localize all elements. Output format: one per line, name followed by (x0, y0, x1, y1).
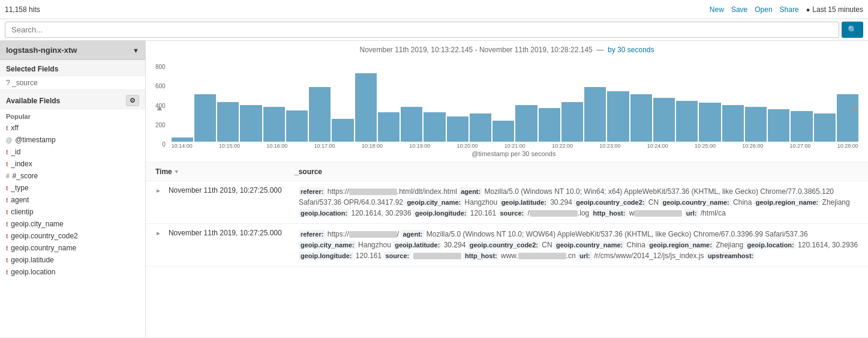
field-name: geoip.country_code2 (11, 232, 77, 240)
chart-bar[interactable] (699, 103, 720, 142)
result-field-key: http_host: (463, 252, 499, 260)
index-selector[interactable]: logstash-nginx-xtw ▼ (0, 41, 145, 60)
y-axis-label: 0 (162, 141, 166, 148)
sidebar-field-item[interactable]: @@timestamp (0, 134, 145, 146)
expand-arrow[interactable]: ► (155, 230, 161, 237)
chart-bar[interactable] (492, 121, 514, 142)
sidebar-field-item[interactable]: tclientip (0, 206, 145, 218)
field-name: xff (11, 124, 18, 132)
chart-nav-right[interactable]: ▲ (850, 103, 858, 112)
chart-bar[interactable] (470, 113, 491, 142)
field-name: _type (11, 184, 28, 192)
chart-bar[interactable] (424, 112, 445, 142)
chart-bar[interactable] (447, 116, 468, 142)
time-range-picker[interactable]: ● Last 15 minutes (806, 5, 863, 14)
field-type-icon: t (6, 257, 8, 264)
result-field-key: geoip.city_name: (299, 241, 356, 249)
x-axis-label: 10:19:00 (409, 143, 430, 149)
sidebar-field-item[interactable]: tgeoip.country_name (0, 242, 145, 254)
chart-bar[interactable] (768, 109, 789, 142)
sidebar-field-item[interactable]: tgeoip.city_name (0, 218, 145, 230)
result-field-key: referer: (299, 187, 326, 196)
index-dropdown-arrow[interactable]: ▼ (133, 47, 139, 54)
x-axis-label: 10:24:00 (647, 143, 668, 149)
field-type-icon: t (6, 209, 8, 216)
chart-bar[interactable] (263, 107, 285, 142)
redacted-value (349, 231, 397, 238)
results-header: Time ▼ _source (146, 163, 868, 181)
share-button[interactable]: Share (780, 5, 799, 14)
content-area: November 11th 2019, 10:13:22.145 - Novem… (146, 41, 868, 337)
chart-bar[interactable] (539, 108, 560, 142)
expand-arrow[interactable]: ► (155, 187, 161, 194)
chart-bar[interactable] (722, 105, 744, 142)
redacted-value (518, 253, 566, 259)
field-name: #_score (13, 172, 38, 180)
x-axis-label: 10:28:00 (837, 143, 858, 149)
search-input[interactable] (5, 22, 839, 38)
chart-bar[interactable] (584, 87, 606, 142)
source-field-item[interactable]: ? _source (0, 76, 145, 89)
chart-bar[interactable] (401, 107, 422, 142)
sidebar-field-item[interactable]: txff (0, 122, 145, 134)
x-axis-label: 10:20:00 (456, 143, 477, 149)
chart-bar[interactable] (378, 112, 400, 142)
x-axis-label: 10:23:00 (599, 143, 620, 149)
sidebar-field-item[interactable]: t_id (0, 146, 145, 158)
field-type-icon: t (6, 233, 8, 240)
redacted-value (413, 253, 461, 259)
chart-bar[interactable] (286, 110, 308, 142)
open-button[interactable]: Open (755, 5, 772, 14)
chart-bar[interactable] (355, 73, 377, 142)
chart-bar[interactable] (814, 113, 836, 142)
sidebar-field-item[interactable]: t_index (0, 158, 145, 170)
chart-bar[interactable] (515, 105, 537, 142)
chart-bar[interactable] (309, 87, 331, 142)
field-name: _index (11, 160, 32, 168)
chart-bar[interactable] (172, 137, 193, 142)
x-axis-label: 10:21:00 (504, 143, 525, 149)
search-button[interactable]: 🔍 (842, 22, 863, 38)
result-row-main[interactable]: ► November 11th 2019, 10:27:25.000 refer… (146, 224, 868, 266)
chart-bar[interactable] (194, 94, 216, 142)
sidebar-field-item[interactable]: t_type (0, 182, 145, 194)
chart-x-axis: 10:14:0010:15:0010:16:0010:17:0010:18:00… (169, 142, 858, 149)
chart-bar[interactable] (607, 91, 629, 142)
chart-bar[interactable] (240, 105, 262, 142)
result-field-key: geoip.location: (746, 241, 796, 249)
chart-interval-link[interactable]: by 30 seconds (608, 46, 654, 54)
chart-bar[interactable] (653, 98, 675, 142)
result-source: referer: https:// / agent: Mozilla/5.0 (… (299, 229, 858, 261)
chart-nav-left[interactable]: ▲ (155, 103, 164, 112)
new-button[interactable]: New (710, 5, 724, 14)
chart-bar[interactable] (837, 94, 858, 142)
result-field-key: geoip.location: (299, 209, 349, 217)
chart-bar[interactable] (745, 107, 767, 142)
sidebar-field-item[interactable]: tgeoip.latitude (0, 254, 145, 266)
field-type-icon: t (6, 161, 8, 167)
sidebar: logstash-nginx-xtw ▼ Selected Fields ? _… (0, 41, 146, 337)
result-row-main[interactable]: ► November 11th 2019, 10:27:25.000 refer… (146, 181, 868, 223)
result-field-key: geoip.latitude: (500, 198, 548, 207)
save-button[interactable]: Save (731, 5, 747, 14)
chart-area: November 11th 2019, 10:13:22.145 - Novem… (146, 41, 868, 163)
sort-icon[interactable]: ▼ (174, 169, 179, 175)
field-type-icon: t (6, 245, 8, 252)
x-axis-label: 10:17:00 (314, 143, 335, 149)
chart-bar[interactable] (630, 94, 652, 142)
chart-bar[interactable] (217, 102, 239, 142)
fields-settings-button[interactable]: ⚙ (126, 95, 139, 106)
sidebar-field-item[interactable]: tagent (0, 194, 145, 206)
sidebar-field-item[interactable]: tgeoip.location (0, 266, 145, 278)
sidebar-field-item[interactable]: ##_score (0, 170, 145, 182)
result-source: referer: https:// .html/dlt/index.html a… (299, 186, 858, 219)
chart-bars (169, 58, 858, 142)
available-fields-label: Available Fields (6, 97, 60, 105)
chart-bar[interactable] (791, 111, 812, 142)
result-field-key: geoip.region_name: (754, 198, 821, 207)
sidebar-field-item[interactable]: tgeoip.country_code2 (0, 230, 145, 242)
result-time: November 11th 2019, 10:27:25.000 (169, 186, 292, 195)
chart-bar[interactable] (332, 119, 353, 142)
chart-bar[interactable] (561, 102, 583, 142)
chart-bar[interactable] (676, 101, 698, 142)
